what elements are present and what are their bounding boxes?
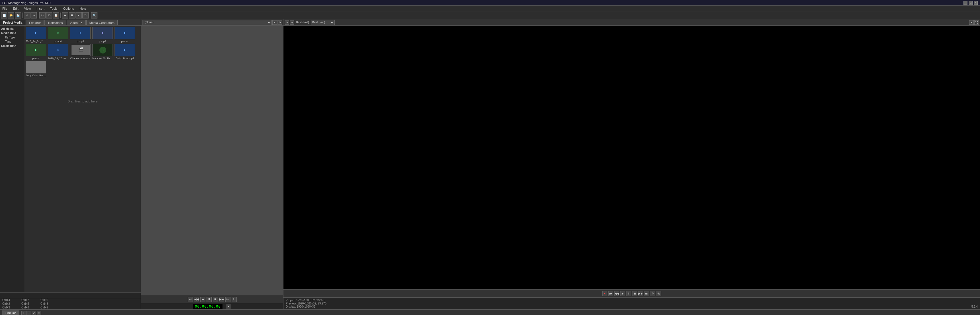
tree-tags[interactable]: Tags <box>0 40 24 44</box>
thumb-label-7: 2016_09_20..mp4 <box>48 57 68 60</box>
resolution-info: 5.6:4 <box>972 305 978 308</box>
tl-zoom-out-btn[interactable]: − <box>27 311 31 315</box>
vc-stop-btn[interactable]: ⏹ <box>632 291 637 296</box>
tab-explorer[interactable]: Explorer <box>26 20 44 25</box>
trim-preview-area <box>141 25 283 295</box>
thumb-img-8: 🎬 <box>70 44 91 56</box>
media-thumb-8[interactable]: 🎬 Charles Intro.mp4 <box>70 44 91 60</box>
tab-video-fx[interactable]: Video FX <box>67 20 86 25</box>
media-thumb-1[interactable]: ▶ 2016_24_01_22..mp4 <box>25 27 46 43</box>
tl-fit-btn[interactable]: ⤢ <box>32 311 36 315</box>
menu-help[interactable]: Help <box>78 6 87 11</box>
media-thumb-3[interactable]: ▶ p.mp4 <box>70 27 91 43</box>
media-thumb-11[interactable]: Sony Color Gradient 1 <box>25 61 46 77</box>
media-thumb-7[interactable]: ▶ 2016_09_20..mp4 <box>48 44 68 60</box>
vc-jog-btn[interactable]: ◎ <box>656 291 661 296</box>
preview-source-dropdown[interactable]: (None) <box>142 20 272 25</box>
thumb-preview-8: 🎬 <box>70 44 90 56</box>
close-button[interactable]: ✕ <box>974 1 978 5</box>
thumb-label-2: p.mp4 <box>48 40 68 43</box>
vc-record-btn[interactable]: ● <box>602 291 608 296</box>
copy-button[interactable]: ⧉ <box>46 12 52 19</box>
media-thumb-9[interactable]: ♪ Melano - On Fire... <box>92 44 113 60</box>
minimize-button[interactable]: ─ <box>964 1 967 5</box>
tab-transitions[interactable]: Transitions <box>45 20 66 25</box>
tl-zoom-in-btn[interactable]: + <box>21 311 26 315</box>
vp-close-btn[interactable]: ✕ <box>969 20 974 25</box>
vp-fullscreen-btn[interactable]: ⛶ <box>974 20 979 25</box>
thumb-img-3: ▶ <box>70 27 91 39</box>
thumb-label-3: p.mp4 <box>70 40 91 43</box>
vp-quality-select[interactable]: Best (Full) Good (Full) Draft (Full) Pre… <box>311 20 335 25</box>
menu-file[interactable]: File <box>1 6 8 11</box>
vc-ff-btn[interactable]: ▶▶ <box>638 291 643 296</box>
video-preview-area <box>283 25 980 290</box>
preview-prev-btn[interactable]: ⏮ <box>188 297 193 302</box>
open-button[interactable]: 📂 <box>8 12 14 19</box>
thumb-img-11 <box>25 61 46 73</box>
menu-tools[interactable]: Tools <box>49 6 59 11</box>
stop-button-toolbar[interactable]: ⏹ <box>68 12 75 19</box>
shortcut-ctrl7: Ctrl+7 <box>21 299 29 302</box>
maximize-button[interactable]: □ <box>969 1 973 5</box>
undo-button[interactable]: ↩ <box>24 12 30 19</box>
tl-snap-btn[interactable]: ⊞ <box>37 311 41 315</box>
shortcut-ctrl3: Ctrl+3 <box>2 306 10 309</box>
cut-button[interactable]: ✂ <box>39 12 46 19</box>
thumb-label-1: 2016_24_01_22..mp4 <box>25 40 46 43</box>
tree-smart-bins[interactable]: Smart Bins <box>0 44 24 48</box>
preview-stop-btn[interactable]: ⏹ <box>213 297 218 302</box>
preview-ff-btn[interactable]: ▶▶ <box>219 297 224 302</box>
thumb-label-6: p.mp4 <box>25 57 46 60</box>
record-button-toolbar[interactable]: ● <box>75 12 82 19</box>
thumb-img-10: ▶ <box>115 44 135 56</box>
shortcut-group-1: Ctrl+4 Ctrl+2 Ctrl+3 <box>2 299 10 309</box>
vc-rewind-btn[interactable]: ◀◀ <box>614 291 619 296</box>
vc-pause-btn[interactable]: ⏸ <box>626 291 631 296</box>
timeline-tab[interactable]: Timeline <box>2 310 19 315</box>
save-button[interactable]: 💾 <box>15 12 21 19</box>
menu-options[interactable]: Options <box>62 6 75 11</box>
menu-insert[interactable]: Insert <box>35 6 46 11</box>
menu-edit[interactable]: Edit <box>12 6 20 11</box>
preview-close-btn[interactable]: ✕ <box>272 20 277 25</box>
redo-button[interactable]: ↪ <box>30 12 37 19</box>
timecode-set-btn[interactable]: ● <box>226 304 231 309</box>
tree-all-media[interactable]: All Media <box>0 27 24 31</box>
svg-text:▶: ▶ <box>124 32 126 34</box>
zoom-in-toolbar[interactable]: 🔍 <box>91 12 97 19</box>
media-thumb-6[interactable]: ▶ p.mp4 <box>25 44 46 60</box>
tree-media-bins[interactable]: Media Bins <box>0 31 24 35</box>
vc-loop-btn[interactable]: ↻ <box>650 291 655 296</box>
preview-play-btn[interactable]: ▶ <box>200 297 205 302</box>
loop-button-toolbar[interactable]: ↻ <box>82 12 89 19</box>
vc-next-btn[interactable]: ⏭ <box>644 291 649 296</box>
preview-rewind-btn[interactable]: ◀◀ <box>194 297 199 302</box>
preview-timecode-display: 00:00:00:00 <box>193 304 222 309</box>
thumb-img-5: ▶ <box>115 27 135 39</box>
tree-by-type[interactable]: By Type <box>0 35 24 40</box>
media-thumb-10[interactable]: ▶ Outro Final.mp4 <box>114 44 135 60</box>
menu-view[interactable]: View <box>23 6 32 11</box>
preview-next-btn[interactable]: ⏭ <box>225 297 231 302</box>
tab-media-generators[interactable]: Media Generators <box>86 20 118 25</box>
vc-prev-btn[interactable]: ⏮ <box>608 291 613 296</box>
preview-loop-btn[interactable]: ↻ <box>232 297 237 302</box>
tab-project-media[interactable]: Project Media <box>0 20 25 25</box>
vp-settings-btn[interactable]: ⚙ <box>285 20 289 25</box>
vc-play-btn[interactable]: ▶ <box>620 291 625 296</box>
media-thumb-2[interactable]: ▶ p.mp4 <box>48 27 68 43</box>
preview-settings-btn[interactable]: ⚙ <box>277 20 282 25</box>
preview-pause-btn[interactable]: ⏸ <box>207 297 212 302</box>
play-button-toolbar[interactable]: ▶ <box>62 12 68 19</box>
video-info-bar: Project: 1920x1080x32, 29.970 Preview: 1… <box>283 298 980 309</box>
thumb-label-5: p.mp4 <box>115 40 135 43</box>
new-button[interactable]: 📄 <box>1 12 7 19</box>
left-panel: Project Media Explorer Transitions Video… <box>0 19 141 309</box>
media-thumb-5[interactable]: ▶ p.mp4 <box>114 27 135 43</box>
paste-button[interactable]: 📋 <box>53 12 59 19</box>
toolbar-sep-1 <box>22 13 22 18</box>
vp-snap-btn[interactable]: ◈ <box>290 20 294 25</box>
thumb-img-6: ▶ <box>25 44 46 56</box>
media-thumb-4[interactable]: ▶ p.mp4 <box>92 27 113 43</box>
